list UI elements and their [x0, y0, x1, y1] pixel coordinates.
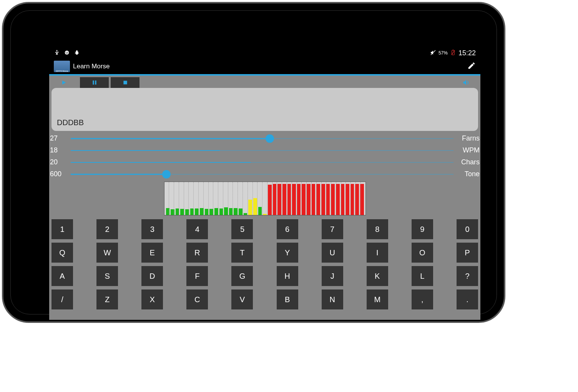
key-o[interactable]: O: [412, 243, 433, 263]
key-p[interactable]: P: [457, 243, 478, 263]
chart-bar: [185, 209, 189, 215]
key-9[interactable]: 9: [412, 219, 433, 239]
chart-bar: [258, 207, 262, 215]
key-l[interactable]: L: [412, 266, 433, 286]
slider-label: Chars: [457, 158, 480, 166]
key-6[interactable]: 6: [277, 219, 298, 239]
svg-rect-11: [453, 50, 454, 50]
key-t[interactable]: T: [231, 243, 253, 263]
slider-thumb[interactable]: [162, 170, 171, 179]
key-g[interactable]: G: [231, 266, 253, 286]
slider-wpm: 18WPM: [49, 144, 480, 156]
svg-rect-15: [123, 81, 127, 84]
key-b[interactable]: B: [277, 289, 298, 309]
chart-bar: [209, 209, 213, 215]
performance-chart: [164, 182, 366, 215]
status-bar: 57% 15:22: [49, 47, 480, 59]
app-bar: G0HYN Morse Learn Morse: [49, 59, 480, 74]
chart-bar: [224, 207, 228, 215]
slider-track[interactable]: [71, 147, 453, 154]
key-z[interactable]: Z: [96, 289, 118, 309]
play-button[interactable]: [49, 77, 78, 88]
svg-point-8: [76, 50, 78, 52]
key-u[interactable]: U: [322, 243, 343, 263]
key-y[interactable]: Y: [277, 243, 298, 263]
key-a[interactable]: A: [51, 266, 73, 286]
app-title: Learn Morse: [73, 63, 110, 70]
key-i[interactable]: I: [367, 243, 388, 263]
slider-chars: 20Chars: [49, 156, 480, 168]
key-v[interactable]: V: [231, 289, 253, 309]
keyboard-row: ASDFGHJKL?: [51, 266, 478, 286]
content-area: DDDBB 27Farns18WPM20Chars600Tone 1234567…: [49, 74, 480, 320]
key-s[interactable]: S: [96, 266, 118, 286]
key-j[interactable]: J: [322, 266, 343, 286]
playback-toolbar: [49, 74, 480, 88]
chart-bar: [214, 208, 218, 215]
chart-bar: [205, 209, 209, 215]
chart-bar: [336, 184, 340, 215]
key-n[interactable]: N: [322, 289, 343, 309]
tablet-frame: 57% 15:22 G0HYN Morse Learn Morse: [2, 2, 505, 323]
slider-track[interactable]: [71, 135, 453, 142]
key-1[interactable]: 1: [51, 219, 73, 239]
slider-tone: 600Tone: [49, 168, 480, 180]
key-symbol[interactable]: /: [51, 289, 73, 309]
edit-icon[interactable]: [467, 61, 476, 71]
key-f[interactable]: F: [186, 266, 208, 286]
key-w[interactable]: W: [96, 243, 118, 263]
slider-farns: 27Farns: [49, 132, 480, 144]
key-symbol[interactable]: ,: [412, 289, 433, 309]
key-symbol[interactable]: ?: [457, 266, 478, 286]
key-e[interactable]: E: [141, 243, 163, 263]
chart-bar: [219, 208, 223, 215]
slider-track[interactable]: [71, 159, 453, 166]
slider-value: 20: [49, 158, 71, 166]
keyboard-row: /ZXCVBNM,.: [51, 289, 478, 309]
svg-line-4: [75, 52, 76, 52]
chart-bar: [171, 209, 174, 215]
keyboard: 1234567890QWERTYUIOPASDFGHJKL?/ZXCVBNM,.: [49, 218, 480, 314]
key-7[interactable]: 7: [322, 219, 343, 239]
key-3[interactable]: 3: [141, 219, 163, 239]
chart-bar: [176, 208, 179, 215]
morse-output-display: DDDBB: [51, 88, 478, 131]
keyboard-row: QWERTYUIOP: [51, 243, 478, 263]
chart-bar: [360, 184, 364, 215]
key-8[interactable]: 8: [367, 219, 388, 239]
chart-bar: [195, 208, 199, 215]
chart-bar: [253, 198, 257, 215]
key-h[interactable]: H: [277, 266, 298, 286]
chart-bar: [282, 184, 286, 215]
keyboard-row: 1234567890: [51, 219, 478, 239]
key-symbol[interactable]: .: [457, 289, 478, 309]
battery-icon: [450, 50, 456, 57]
key-x[interactable]: X: [141, 289, 163, 309]
slider-thumb[interactable]: [266, 134, 274, 143]
pause-button[interactable]: [80, 77, 109, 88]
chart-bar: [326, 184, 330, 215]
chart-bar: [239, 208, 242, 215]
sliders-panel: 27Farns18WPM20Chars600Tone: [49, 132, 480, 180]
slider-track[interactable]: [71, 170, 453, 178]
key-q[interactable]: Q: [51, 243, 73, 263]
key-0[interactable]: 0: [457, 219, 478, 239]
key-c[interactable]: C: [186, 289, 208, 309]
key-2[interactable]: 2: [96, 219, 118, 239]
key-5[interactable]: 5: [231, 219, 253, 239]
display-text: DDDBB: [57, 118, 84, 127]
svg-point-0: [65, 50, 69, 55]
key-m[interactable]: M: [367, 289, 388, 309]
key-d[interactable]: D: [141, 266, 163, 286]
chart-bar: [166, 208, 170, 215]
key-k[interactable]: K: [367, 266, 388, 286]
stop-button[interactable]: [111, 77, 140, 88]
key-4[interactable]: 4: [186, 219, 208, 239]
chart-bar: [321, 184, 325, 215]
debug-mask-icon: [64, 50, 70, 57]
chart-bar: [312, 184, 316, 215]
chart-bar: [341, 184, 345, 215]
audio-output-button[interactable]: [452, 77, 480, 88]
key-r[interactable]: R: [186, 243, 208, 263]
chart-bar: [200, 208, 204, 215]
